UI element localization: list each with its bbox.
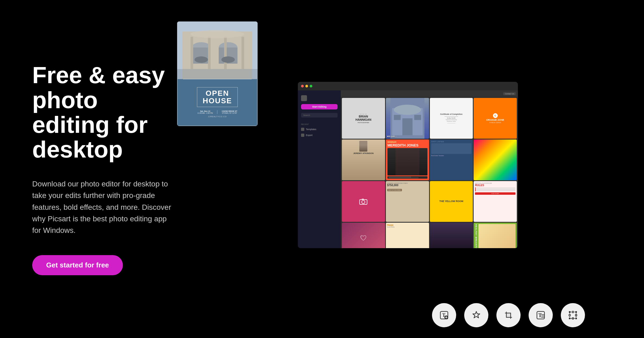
svg-rect-42 bbox=[569, 318, 570, 319]
app-titlebar bbox=[298, 82, 518, 90]
transform-icon bbox=[568, 310, 578, 321]
open-house-details: Sat, Nov 13 11:00 AM - 2:00 PM 3 BOW RID… bbox=[197, 110, 237, 114]
open-house-title: OPEN HOUSE bbox=[197, 87, 238, 107]
template-grid: — — — BRIAN HANNIGAN PHOTOGRAPHER bbox=[341, 97, 518, 248]
text-style-button[interactable]: T bbox=[529, 303, 553, 327]
svg-rect-17 bbox=[224, 37, 227, 69]
icon-buttons-row: T bbox=[432, 303, 585, 327]
svg-point-7 bbox=[362, 200, 365, 204]
card-certificate[interactable]: Certificate of Completion Emily Smith Na… bbox=[430, 98, 473, 139]
open-house-website: JJREALTYCO.CO bbox=[208, 116, 227, 117]
minimize-dot[interactable] bbox=[305, 85, 308, 87]
svg-rect-16 bbox=[208, 37, 211, 69]
svg-point-21 bbox=[221, 56, 235, 63]
svg-rect-40 bbox=[569, 311, 570, 313]
left-section: Free & easy photo editing for desktop Do… bbox=[32, 63, 188, 275]
card-healthy-breakfast[interactable]: HEALTHY BREAKFAST bbox=[474, 223, 517, 248]
canvas-toolbar: Contact Us bbox=[341, 90, 518, 97]
svg-rect-8 bbox=[362, 199, 364, 200]
svg-point-19 bbox=[191, 30, 244, 38]
svg-rect-18 bbox=[241, 37, 244, 69]
svg-rect-33 bbox=[506, 313, 511, 317]
card-rainbow[interactable] bbox=[474, 139, 517, 180]
app-body: Start Editing Recent Templates Export bbox=[298, 90, 518, 248]
crop-icon bbox=[503, 310, 514, 321]
card-building[interactable]: WS LAY... bbox=[386, 98, 429, 139]
export-icon bbox=[301, 134, 304, 137]
svg-rect-22 bbox=[177, 69, 258, 79]
svg-point-2 bbox=[394, 105, 421, 115]
text-add-button[interactable]: T bbox=[432, 303, 456, 327]
card-hearts[interactable] bbox=[342, 223, 385, 248]
architecture-svg bbox=[177, 21, 258, 79]
svg-rect-3 bbox=[394, 115, 400, 120]
text-style-icon: T bbox=[535, 310, 546, 321]
card-orange-zone[interactable]: G ORANGE ZONE FITNESS CENTER bbox=[474, 98, 517, 139]
card-virtual-rules[interactable]: VIRTUAL CLASSROOM RULES bbox=[474, 181, 517, 222]
card-bathroom[interactable]: Modern & Bathroom Condo $750,000 ENJOY U… bbox=[386, 181, 429, 222]
sidebar-item-export[interactable]: Export bbox=[298, 132, 341, 138]
text-add-icon: T bbox=[439, 310, 449, 321]
building-svg bbox=[386, 98, 429, 139]
search-input[interactable] bbox=[301, 113, 338, 117]
svg-marker-28 bbox=[473, 311, 480, 318]
hearts-svg bbox=[360, 235, 367, 241]
card-meredith[interactable]: WEBINAR MEREDITH JONES bbox=[386, 139, 429, 180]
brian-surname: HANNIGAN bbox=[356, 118, 371, 121]
brian-name: BRIAN bbox=[359, 115, 368, 118]
description: Download our photo editor for desktop to… bbox=[32, 178, 172, 236]
home-icon[interactable] bbox=[301, 95, 307, 101]
app-canvas: Contact Us — — — BRIAN HANNIGAN PHOTOGRA… bbox=[341, 90, 518, 248]
svg-rect-4 bbox=[414, 115, 421, 120]
svg-rect-41 bbox=[575, 311, 577, 313]
crop-button[interactable] bbox=[496, 303, 521, 327]
maximize-dot[interactable] bbox=[310, 85, 312, 87]
right-section: Start Editing Recent Templates Export bbox=[188, 0, 612, 338]
card-brian[interactable]: — — — BRIAN HANNIGAN PHOTOGRAPHER bbox=[342, 98, 385, 139]
svg-point-20 bbox=[195, 56, 208, 63]
open-house-info: OPEN HOUSE Sat, Nov 13 11:00 AM - 2:00 P… bbox=[177, 79, 258, 126]
start-editing-button[interactable]: Start Editing bbox=[301, 104, 338, 109]
card-happy[interactable]: Happy Social Media bbox=[386, 223, 429, 248]
app-sidebar: Start Editing Recent Templates Export bbox=[298, 90, 341, 248]
svg-rect-43 bbox=[575, 318, 577, 319]
contact-us-button[interactable]: Contact Us bbox=[503, 92, 516, 95]
cta-button[interactable]: Get started for free bbox=[32, 255, 123, 275]
svg-rect-15 bbox=[191, 37, 193, 69]
open-house-card[interactable]: OPEN HOUSE Sat, Nov 13 11:00 AM - 2:00 P… bbox=[177, 21, 258, 126]
templates-icon bbox=[301, 128, 304, 131]
recent-label: Recent bbox=[298, 122, 341, 126]
headline: Free & easy photo editing for desktop bbox=[32, 63, 172, 162]
page-container: Free & easy photo editing for desktop Do… bbox=[0, 0, 644, 338]
star-button[interactable] bbox=[464, 303, 488, 327]
card-jeremy[interactable]: JEREMY ATKINSON bbox=[342, 139, 385, 180]
svg-rect-5 bbox=[402, 118, 412, 135]
close-dot[interactable] bbox=[301, 85, 304, 87]
transform-button[interactable] bbox=[561, 303, 585, 327]
sidebar-item-templates[interactable]: Templates bbox=[298, 126, 341, 132]
open-house-background bbox=[177, 21, 258, 79]
card-just-listed[interactable]: JUST LISTED Real Estate Template bbox=[430, 139, 473, 180]
card-pink-camera[interactable] bbox=[342, 181, 385, 222]
card-fashion[interactable]: FASHION bbox=[430, 223, 473, 248]
app-window: Start Editing Recent Templates Export bbox=[298, 82, 518, 248]
star-icon bbox=[471, 310, 482, 321]
card-yellow-room[interactable]: THE YELLOW ROOM bbox=[430, 181, 473, 222]
camera-icon bbox=[359, 198, 367, 205]
